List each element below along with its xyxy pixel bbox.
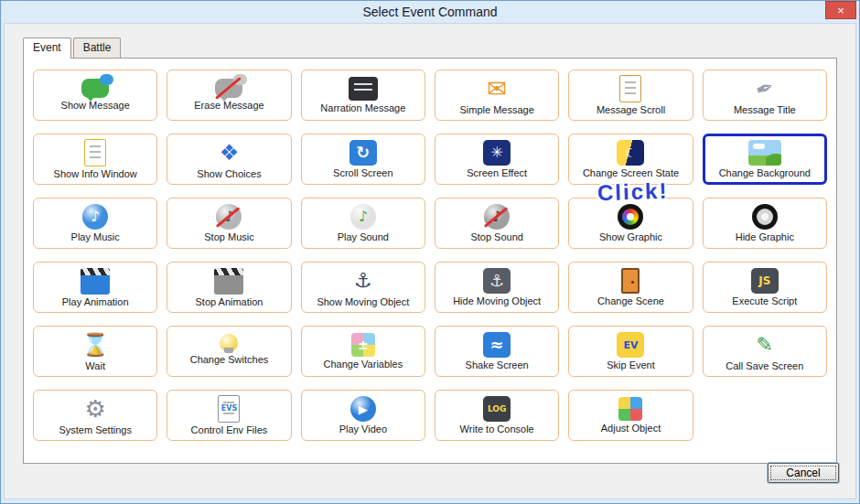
command-label: Execute Script: [732, 295, 797, 306]
command-button-hide-graphic[interactable]: Hide Graphic: [703, 198, 827, 249]
window-title: Select Event Command: [362, 5, 497, 19]
command-button-change-variables[interactable]: ±Change Variables: [301, 326, 425, 377]
command-label: Simple Message: [459, 104, 533, 115]
hide-moving-object-icon: ⚓: [483, 268, 511, 294]
skip-event-icon: EV: [617, 332, 644, 358]
command-label: Play Sound: [338, 231, 389, 242]
show-info-window-icon: [84, 139, 106, 166]
change-screen-state-icon: ☾: [617, 140, 644, 166]
command-label: Skip Event: [607, 359, 655, 370]
hide-graphic-icon: [752, 204, 778, 230]
command-button-execute-script[interactable]: JSExecute Script: [703, 262, 827, 313]
command-label: Change Variables: [324, 359, 403, 370]
command-button-show-message[interactable]: Show Message: [33, 70, 157, 121]
command-label: Show Info Window: [54, 168, 137, 179]
message-scroll-icon: [619, 75, 641, 102]
command-button-screen-effect[interactable]: ✳Screen Effect: [435, 134, 559, 185]
command-label: Write to Console: [460, 424, 534, 434]
scroll-screen-icon: ↻: [349, 140, 377, 166]
command-button-adjust-object[interactable]: Adjust Object: [568, 390, 693, 441]
command-button-scroll-screen[interactable]: ↻Scroll Screen: [301, 134, 425, 185]
command-button-change-scene[interactable]: Change Scene: [568, 262, 693, 313]
show-choices-icon: ❖: [212, 139, 245, 166]
command-button-narration-message[interactable]: Narration Message: [301, 70, 425, 121]
change-variables-icon: ±: [351, 333, 375, 357]
command-button-call-save-screen[interactable]: ✎Call Save Screen: [703, 326, 827, 377]
command-button-show-graphic[interactable]: Show Graphic: [568, 198, 693, 249]
command-label: Call Save Screen: [726, 360, 803, 371]
command-label: Change Screen State: [583, 167, 679, 178]
command-button-stop-music[interactable]: ♪Stop Music: [167, 198, 291, 249]
stop-animation-icon: [214, 274, 243, 295]
show-moving-object-icon: ⚓: [347, 267, 380, 295]
command-label: Narration Message: [320, 102, 405, 113]
command-button-hide-moving-object[interactable]: ⚓Hide Moving Object: [435, 262, 559, 313]
command-label: Play Video: [339, 424, 387, 434]
show-message-icon: [81, 79, 109, 98]
command-button-erase-message[interactable]: Erase Message: [167, 70, 291, 121]
cancel-button[interactable]: Cancel: [768, 463, 839, 483]
tab-event[interactable]: Event: [23, 38, 71, 59]
command-button-show-moving-object[interactable]: ⚓Show Moving Object: [301, 262, 425, 313]
call-save-screen-icon: ✎: [748, 331, 781, 359]
erase-message-icon: [215, 79, 242, 98]
command-button-message-scroll[interactable]: Message Scroll: [568, 70, 693, 121]
command-button-play-video[interactable]: ▶Play Video: [301, 390, 425, 441]
system-settings-icon: ⚙: [79, 395, 112, 423]
command-label: Message Title: [734, 104, 796, 115]
command-label: Stop Music: [204, 231, 253, 242]
command-label: Scroll Screen: [333, 167, 392, 178]
stop-sound-icon: ♪: [484, 204, 510, 230]
command-button-system-settings[interactable]: ⚙System Settings: [33, 390, 157, 441]
command-button-change-screen-state[interactable]: ☾Change Screen State: [568, 134, 693, 185]
command-label: System Settings: [59, 424, 131, 435]
command-button-show-info-window[interactable]: Show Info Window: [33, 134, 157, 185]
command-button-message-title[interactable]: ✒Message Title: [703, 70, 827, 121]
change-scene-icon: [621, 268, 640, 294]
command-label: Shake Screen: [466, 359, 529, 370]
command-button-play-sound[interactable]: ♪Play Sound: [301, 198, 425, 249]
command-button-shake-screen[interactable]: ≈Shake Screen: [435, 326, 559, 377]
command-label: Show Moving Object: [317, 296, 409, 307]
dialog-window: Select Event Command × Event Battle Show…: [0, 0, 860, 504]
command-label: Screen Effect: [467, 167, 527, 178]
close-icon: ×: [837, 4, 844, 17]
command-label: Play Animation: [62, 296, 129, 307]
command-label: Change Scene: [597, 295, 664, 306]
title-bar[interactable]: Select Event Command ×: [4, 1, 856, 23]
write-to-console-icon: LOG: [483, 396, 511, 422]
command-label: Erase Message: [194, 100, 263, 111]
command-button-wait[interactable]: ⌛Wait: [33, 326, 157, 377]
tab-event-label: Event: [33, 41, 61, 54]
command-label: Show Message: [61, 100, 130, 111]
shake-screen-icon: ≈: [483, 332, 511, 358]
command-label: Control Env Files: [191, 424, 268, 435]
command-label: Change Background: [719, 167, 811, 178]
command-label: Show Choices: [197, 168, 261, 179]
tab-battle[interactable]: Battle: [73, 38, 122, 58]
command-button-write-to-console[interactable]: LOGWrite to Console: [435, 390, 559, 441]
simple-message-icon: ✉: [480, 75, 513, 102]
command-label: Stop Sound: [470, 231, 523, 242]
command-button-control-env-files[interactable]: EVSControl Env Files: [167, 390, 291, 441]
command-button-change-switches[interactable]: Change Switches: [167, 326, 291, 377]
command-button-change-background[interactable]: Change Background: [703, 134, 827, 185]
command-label: Message Scroll: [597, 104, 665, 115]
change-background-icon: [748, 140, 781, 166]
command-button-play-animation[interactable]: Play Animation: [33, 262, 157, 313]
command-button-stop-animation[interactable]: Stop Animation: [167, 262, 291, 313]
play-sound-icon: ♪: [350, 204, 376, 230]
change-switches-icon: [220, 334, 238, 352]
close-button[interactable]: ×: [825, 1, 856, 19]
command-button-skip-event[interactable]: EVSkip Event: [568, 326, 693, 377]
message-title-icon: ✒: [748, 75, 781, 102]
command-label: Change Switches: [190, 354, 269, 365]
command-button-stop-sound[interactable]: ♪Stop Sound: [435, 198, 559, 249]
tab-bar: Event Battle: [23, 38, 123, 59]
command-grid: Show MessageErase MessageNarration Messa…: [33, 70, 827, 441]
command-button-simple-message[interactable]: ✉Simple Message: [435, 70, 559, 121]
show-graphic-icon: [618, 204, 643, 230]
command-button-play-music[interactable]: ♪Play Music: [33, 198, 157, 249]
dialog-client-area: Event Battle Show MessageErase MessageNa…: [4, 23, 856, 499]
command-button-show-choices[interactable]: ❖Show Choices: [167, 134, 291, 185]
